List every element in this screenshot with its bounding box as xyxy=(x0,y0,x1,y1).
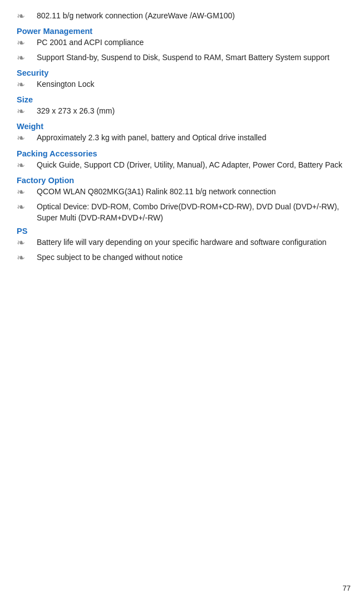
list-item: ❧ 329 x 273 x 26.3 (mm) xyxy=(17,105,347,119)
section-security: Security ❧ Kensington Lock xyxy=(17,68,347,92)
list-item: ❧ Quick Guide, Support CD (Driver, Utili… xyxy=(17,159,347,173)
page-content: ❧ 802.11 b/g network connection (AzureWa… xyxy=(0,0,364,290)
bullet-icon: ❧ xyxy=(17,235,37,250)
list-item: ❧ QCOM WLAN Q802MKG(3A1) Ralink 802.11 b… xyxy=(17,186,347,199)
bullet-text: Battery life will vary depending on your… xyxy=(37,237,347,248)
bullet-icon: ❧ xyxy=(17,200,37,214)
section-heading-packing-accessories: Packing Accessories xyxy=(17,149,347,158)
list-item: ❧ Approximately 2.3 kg with panel, batte… xyxy=(17,132,347,145)
section-heading-security: Security xyxy=(17,68,347,77)
section-weight: Weight ❧ Approximately 2.3 kg with panel… xyxy=(17,122,347,145)
section-heading-size: Size xyxy=(17,95,347,104)
bullet-text: PC 2001 and ACPI compliance xyxy=(37,37,347,48)
bullet-text: 802.11 b/g network connection (AzureWave… xyxy=(37,10,347,21)
list-item: ❧ Spec subject to be changed without not… xyxy=(17,252,347,265)
section-heading-weight: Weight xyxy=(17,122,347,131)
list-item: ❧ Kensington Lock xyxy=(17,78,347,92)
bullet-icon: ❧ xyxy=(17,131,37,145)
bullet-icon: ❧ xyxy=(17,77,37,92)
section-heading-factory-option: Factory Option xyxy=(17,176,347,185)
bullet-text: Spec subject to be changed without notic… xyxy=(37,252,347,263)
bullet-icon: ❧ xyxy=(17,251,37,265)
bullet-icon: ❧ xyxy=(17,36,37,50)
bullet-icon: ❧ xyxy=(17,185,37,199)
list-item: ❧ Battery life will vary depending on yo… xyxy=(17,237,347,250)
section-size: Size ❧ 329 x 273 x 26.3 (mm) xyxy=(17,95,347,119)
list-item: ❧ Support Stand-by, Suspend to Disk, Sus… xyxy=(17,52,347,65)
section-heading-ps: PS xyxy=(17,227,347,235)
bullet-text: Quick Guide, Support CD (Driver, Utility… xyxy=(37,159,347,170)
list-item: ❧ Optical Device: DVD-ROM, Combo Drive(D… xyxy=(17,201,347,224)
bullet-icon: ❧ xyxy=(17,51,37,65)
section-packing-accessories: Packing Accessories ❧ Quick Guide, Suppo… xyxy=(17,149,347,173)
bullet-text: QCOM WLAN Q802MKG(3A1) Ralink 802.11 b/g… xyxy=(37,186,347,197)
section-heading-power-management: Power Management xyxy=(17,27,347,36)
section-intro: ❧ 802.11 b/g network connection (AzureWa… xyxy=(17,10,347,23)
page-number: 77 xyxy=(343,584,351,592)
bullet-text: Approximately 2.3 kg with panel, battery… xyxy=(37,132,347,143)
section-factory-option: Factory Option ❧ QCOM WLAN Q802MKG(3A1) … xyxy=(17,176,347,224)
bullet-text: Optical Device: DVD-ROM, Combo Drive(DVD… xyxy=(37,201,347,224)
bullet-icon: ❧ xyxy=(17,158,37,173)
bullet-text: Support Stand-by, Suspend to Disk, Suspe… xyxy=(37,52,347,63)
bullet-icon: ❧ xyxy=(17,104,37,119)
bullet-icon: ❧ xyxy=(17,9,37,23)
list-item: ❧ 802.11 b/g network connection (AzureWa… xyxy=(17,10,347,23)
section-power-management: Power Management ❧ PC 2001 and ACPI comp… xyxy=(17,27,347,65)
list-item: ❧ PC 2001 and ACPI compliance xyxy=(17,37,347,50)
bullet-text: Kensington Lock xyxy=(37,78,347,90)
section-ps: PS ❧ Battery life will vary depending on… xyxy=(17,227,347,265)
bullet-text: 329 x 273 x 26.3 (mm) xyxy=(37,105,347,116)
